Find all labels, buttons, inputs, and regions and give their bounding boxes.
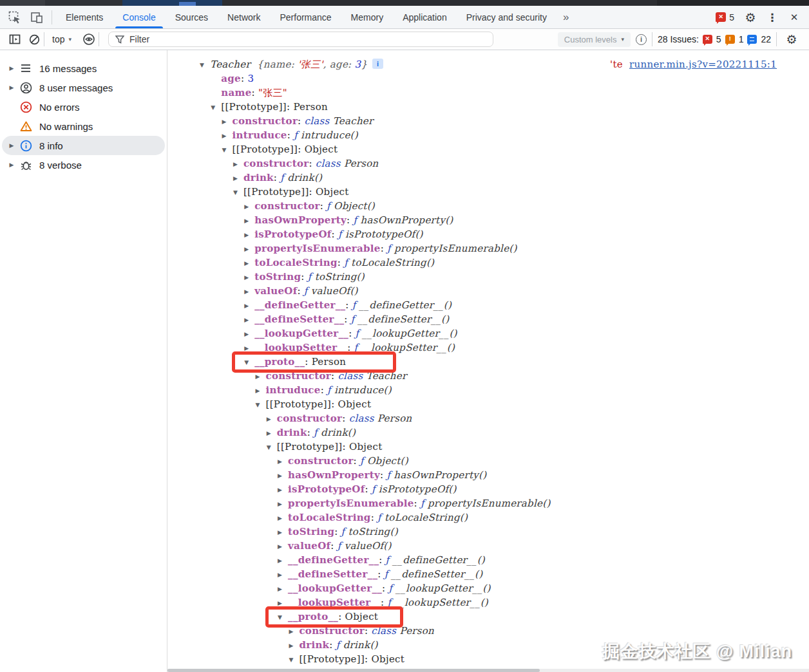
tab-console[interactable]: Console xyxy=(113,6,165,28)
source-file-link[interactable]: runner.min.js?v=20221115:1 xyxy=(629,59,777,70)
inspect-element-icon[interactable] xyxy=(4,8,26,26)
collapse-arrow-icon[interactable]: ▼ xyxy=(211,100,221,115)
info-icon[interactable]: i xyxy=(636,34,647,45)
expand-arrow-icon[interactable]: ▶ xyxy=(278,469,288,483)
sidebar-item-16-messages[interactable]: ▶16 messages xyxy=(2,59,165,78)
tree-row-text: propertyIsEnumerable: ƒ propertyIsEnumer… xyxy=(254,243,517,254)
console-sidebar-toggle-icon[interactable] xyxy=(5,31,24,48)
expand-arrow-icon[interactable]: ▶ xyxy=(278,539,288,554)
tabbar-left-icons xyxy=(0,6,52,28)
toolbar-separator xyxy=(652,32,652,46)
sidebar-item-no-errors[interactable]: No errors xyxy=(2,97,165,117)
expand-arrow-icon[interactable]: ▶ xyxy=(244,313,254,327)
tab-privacy-and-security[interactable]: Privacy and security xyxy=(457,6,557,28)
expand-arrow-icon[interactable]: ▶ xyxy=(244,299,254,313)
expand-arrow-icon[interactable]: ▶ xyxy=(244,256,254,270)
toolbar-separator xyxy=(99,32,99,46)
expand-arrow-icon[interactable]: ▶ xyxy=(278,582,288,596)
more-tabs-button[interactable]: » xyxy=(557,6,575,28)
expand-arrow-icon[interactable]: ▶ xyxy=(233,157,243,171)
expand-arrow-icon[interactable]: ▶ xyxy=(278,483,288,497)
tree-row: ▶constructor: ƒ Object() xyxy=(167,454,809,468)
expand-arrow-icon[interactable]: ▶ xyxy=(244,228,254,242)
live-expression-eye-icon[interactable] xyxy=(79,31,99,48)
tree-row: age: 3 xyxy=(167,71,809,86)
expand-arrow-icon[interactable]: ▶ xyxy=(244,327,254,341)
tree-row: ▶constructor: class Teacher xyxy=(167,114,809,128)
collapse-arrow-icon[interactable]: ▼ xyxy=(278,610,288,624)
tab-application[interactable]: Application xyxy=(393,6,457,28)
log-levels-dropdown[interactable]: Custom levels ▾ xyxy=(558,32,631,47)
expand-arrow-icon[interactable]: ▶ xyxy=(278,554,288,568)
console-error-counter[interactable]: 5 xyxy=(712,11,738,24)
expand-arrow-icon[interactable]: ▶ xyxy=(278,525,288,539)
sidebar-item-8-user-messages[interactable]: ▶8 user messages xyxy=(2,78,165,97)
collapse-arrow-icon[interactable]: ▼ xyxy=(244,355,254,369)
tab-elements[interactable]: Elements xyxy=(56,6,113,28)
device-toolbar-icon[interactable] xyxy=(26,8,48,26)
expand-arrow-icon[interactable]: ▶ xyxy=(222,129,233,143)
sidebar-item-8-verbose[interactable]: ▶8 verbose xyxy=(2,155,165,174)
tab-sources[interactable]: Sources xyxy=(166,6,218,28)
kebab-menu-icon[interactable]: ⋮ xyxy=(763,8,782,26)
tree-row: ▼[[Prototype]]: Object xyxy=(167,397,809,411)
sidebar-item-no-warnings[interactable]: No warnings xyxy=(2,117,165,136)
tree-row: ▶propertyIsEnumerable: ƒ propertyIsEnume… xyxy=(167,496,809,510)
tree-row: ▶__defineSetter__: ƒ __defineSetter__() xyxy=(167,567,809,581)
collapse-arrow-icon[interactable]: ▼ xyxy=(222,143,233,157)
console-settings-gear-icon[interactable]: ⚙ xyxy=(782,30,801,48)
sidebar-item-label: 8 verbose xyxy=(39,160,82,171)
tree-row: ▶__defineGetter__: ƒ __defineGetter__() xyxy=(167,553,809,567)
horizontal-scrollbar[interactable] xyxy=(167,669,809,672)
expand-arrow-icon[interactable]: ▶ xyxy=(222,115,233,129)
tree-row-text: [[Prototype]]: Object xyxy=(299,653,404,665)
expand-arrow-icon[interactable]: ▶ xyxy=(7,142,16,149)
scrollbar-thumb[interactable] xyxy=(167,669,540,672)
expand-arrow-icon[interactable]: ▶ xyxy=(267,426,277,440)
tree-row: ▶intruduce: ƒ intruduce() xyxy=(167,383,809,397)
expand-arrow-icon[interactable]: ▶ xyxy=(278,568,288,582)
expand-arrow-icon[interactable]: ▶ xyxy=(7,65,16,71)
tab-memory[interactable]: Memory xyxy=(341,6,394,28)
expand-arrow-icon[interactable]: ▶ xyxy=(256,384,266,398)
collapse-arrow-icon[interactable]: ▼ xyxy=(267,440,277,454)
tree-row-text: __defineSetter__: ƒ __defineSetter__() xyxy=(254,313,449,325)
collapse-arrow-icon[interactable]: ▼ xyxy=(233,185,243,200)
clear-console-icon[interactable] xyxy=(24,31,44,48)
expand-arrow-icon[interactable]: ▶ xyxy=(244,242,254,256)
expand-arrow-icon[interactable]: ▶ xyxy=(278,497,288,511)
tab-performance[interactable]: Performance xyxy=(270,6,341,28)
value-info-badge-icon[interactable]: i xyxy=(372,59,383,69)
tree-row: ▼[[Prototype]]: Object xyxy=(167,142,809,156)
expand-arrow-icon[interactable]: ▶ xyxy=(244,270,254,285)
expand-arrow-icon[interactable]: ▶ xyxy=(7,162,16,168)
close-devtools-icon[interactable]: ✕ xyxy=(785,8,804,26)
expand-arrow-icon[interactable]: ▶ xyxy=(267,412,277,426)
devtools-window: ElementsConsoleSourcesNetworkPerformance… xyxy=(0,0,809,672)
javascript-context-dropdown[interactable]: top ▾ xyxy=(44,34,79,44)
collapse-arrow-icon[interactable]: ▼ xyxy=(200,58,210,72)
expand-arrow-icon[interactable]: ▶ xyxy=(289,639,299,653)
settings-gear-icon[interactable]: ⚙ xyxy=(741,8,760,26)
tree-row: ▶drink: ƒ drink() xyxy=(167,171,809,185)
expand-arrow-icon[interactable]: ▶ xyxy=(244,285,254,299)
tree-row-text: name: "张三" xyxy=(221,87,287,98)
expand-arrow-icon[interactable]: ▶ xyxy=(233,171,243,185)
tree-row: ▼[[Prototype]]: Person xyxy=(167,100,809,114)
expand-arrow-icon[interactable]: ▶ xyxy=(278,454,288,469)
issue-message-icon xyxy=(747,35,757,44)
sidebar-item-8-info[interactable]: ▶8 info xyxy=(2,136,165,155)
tab-network[interactable]: Network xyxy=(218,6,270,28)
tree-row: ▶toString: ƒ toString() xyxy=(167,270,809,284)
filter-input[interactable]: Filter xyxy=(108,32,493,47)
issues-counter[interactable]: 28 Issues: ✕ 5 ! 1 22 xyxy=(658,34,771,44)
expand-arrow-icon[interactable]: ▶ xyxy=(7,84,16,91)
expand-arrow-icon[interactable]: ▶ xyxy=(244,214,254,228)
expand-arrow-icon[interactable]: ▶ xyxy=(278,511,288,525)
collapse-arrow-icon[interactable]: ▼ xyxy=(256,398,266,412)
console-toolbar: top ▾ Filter Custom levels ▾ i 28 Issues… xyxy=(0,29,809,50)
console-sidebar: ▶16 messages▶8 user messagesNo errorsNo … xyxy=(0,50,167,672)
collapse-arrow-icon[interactable]: ▼ xyxy=(289,653,299,667)
log-levels-label: Custom levels xyxy=(564,35,617,44)
expand-arrow-icon[interactable]: ▶ xyxy=(244,200,254,214)
